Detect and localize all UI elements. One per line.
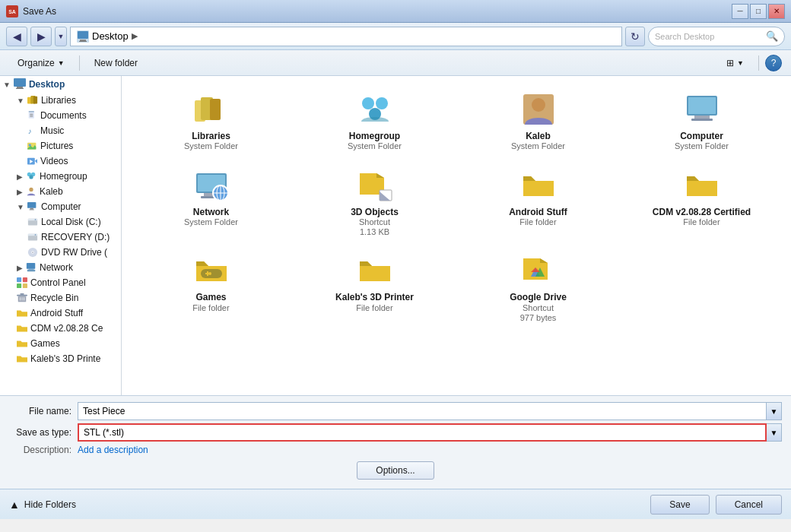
homegroup-label: Homegroup: [40, 171, 87, 182]
cancel-button[interactable]: Cancel: [716, 495, 782, 515]
filename-row: File name: ▼: [9, 402, 782, 420]
new-folder-button[interactable]: New folder: [86, 53, 146, 73]
recycle-bin-label: Recycle Bin: [30, 293, 78, 303]
kaleb-label: Kaleb: [40, 186, 63, 197]
cdm-folder-icon: [17, 323, 27, 334]
sidebar-item-local-disk[interactable]: Local Disk (C:): [0, 214, 121, 230]
file-item-3dobjects[interactable]: 3D Objects Shortcut 1.13 KB: [294, 161, 455, 244]
file-item-computer[interactable]: Computer System Folder: [621, 85, 782, 158]
expand-arrow: ▼: [17, 203, 24, 211]
sidebar-item-games[interactable]: Games: [0, 336, 121, 351]
googledrive-file-icon: [520, 252, 557, 289]
sidebar-item-homegroup[interactable]: ▶ Homegroup: [0, 169, 121, 184]
svg-rect-29: [30, 208, 33, 210]
file-item-kaleb[interactable]: Kaleb System Folder: [458, 85, 618, 158]
file-item-homegroup[interactable]: Homegroup System Folder: [294, 85, 455, 158]
svg-point-27: [29, 188, 33, 192]
expand-arrow: ▶: [17, 188, 23, 196]
organize-label: Organize: [17, 58, 55, 68]
refresh-button[interactable]: ↻: [625, 27, 645, 46]
minimize-button[interactable]: ─: [732, 4, 748, 19]
sidebar-item-pictures[interactable]: Pictures: [0, 138, 121, 154]
local-disk-label: Local Disk (C:): [41, 217, 101, 227]
add-description-link[interactable]: Add a description: [78, 445, 148, 455]
svg-rect-49: [20, 293, 24, 295]
network-type: System Folder: [184, 217, 238, 227]
file-item-network[interactable]: Network System Folder: [131, 161, 291, 244]
sidebar-item-music[interactable]: ♪ Music: [0, 123, 121, 138]
recent-locations-button[interactable]: ▼: [55, 27, 67, 46]
svg-point-57: [376, 97, 388, 109]
path-arrow: ▶: [132, 31, 138, 41]
sidebar-item-android-stuff[interactable]: Android Stuff: [0, 306, 121, 321]
sidebar-item-kaleb[interactable]: ▶ Kaleb: [0, 184, 121, 199]
file-item-games[interactable]: Games File folder: [131, 246, 291, 329]
file-item-libraries[interactable]: Libraries System Folder: [131, 85, 291, 158]
expand-arrow: ▶: [17, 173, 23, 181]
kaleb-name: Kaleb: [526, 131, 551, 141]
sidebar-item-computer[interactable]: ▼ Computer: [0, 199, 121, 214]
address-bar: ◀ ▶ ▼ Desktop ▶ ↻ Search Desktop 🔍: [0, 23, 791, 50]
googledrive-subname: Shortcut: [523, 303, 554, 313]
libraries-file-icon: [193, 91, 230, 128]
sidebar-item-documents[interactable]: Documents: [0, 108, 121, 123]
maximize-button[interactable]: □: [750, 4, 767, 19]
svg-rect-62: [688, 97, 716, 114]
filename-input[interactable]: [78, 402, 767, 420]
cdm-file-icon: [684, 167, 720, 204]
3dobjects-size: 1.13 KB: [360, 227, 389, 237]
forward-button[interactable]: ▶: [30, 27, 52, 46]
close-button[interactable]: ✕: [768, 4, 785, 19]
main-area: ▼ Desktop ▼ Libraries: [0, 76, 791, 395]
network-label: Network: [40, 262, 73, 273]
search-box[interactable]: Search Desktop 🔍: [648, 27, 785, 46]
save-button[interactable]: Save: [650, 495, 709, 515]
svg-rect-46: [23, 283, 27, 288]
help-button[interactable]: ?: [765, 55, 782, 71]
hide-folders-button[interactable]: ▲ Hide Folders: [9, 499, 76, 511]
kaleb3d-name: Kaleb's 3D Printer: [335, 292, 414, 302]
sidebar-item-videos[interactable]: Videos: [0, 154, 121, 169]
description-row: Description: Add a description: [9, 445, 782, 455]
address-input[interactable]: Desktop ▶: [70, 27, 622, 46]
saveastype-dropdown[interactable]: STL (*.stl): [78, 423, 767, 442]
sidebar-item-recovery[interactable]: RECOVERY (D:): [0, 230, 121, 245]
sidebar-item-recycle-bin[interactable]: Recycle Bin: [0, 290, 121, 306]
desktop-sidebar-icon: [14, 78, 26, 90]
filename-dropdown-button[interactable]: ▼: [767, 402, 782, 420]
pictures-icon: [27, 141, 37, 151]
documents-icon: [27, 111, 37, 121]
view-button[interactable]: ⊞ ▼: [718, 53, 752, 73]
file-item-cdm[interactable]: CDM v2.08.28 Certified File folder: [621, 161, 782, 244]
file-item-googledrive[interactable]: Google Drive Shortcut 977 bytes: [458, 246, 618, 329]
games-type: File folder: [192, 303, 229, 313]
kaleb-file-icon: [520, 91, 557, 128]
expand-arrow: ▼: [17, 97, 24, 105]
sidebar-item-network[interactable]: ▶ Network: [0, 260, 121, 275]
saveastype-dropdown-button[interactable]: ▼: [767, 423, 782, 442]
svg-rect-30: [30, 210, 34, 211]
organize-button[interactable]: Organize ▼: [9, 53, 73, 73]
sidebar-item-kaleb3d[interactable]: Kaleb's 3D Printe: [0, 351, 121, 366]
file-item-androidstuff[interactable]: Android Stuff File folder: [458, 161, 618, 244]
options-button[interactable]: Options...: [357, 461, 434, 480]
current-path: Desktop: [92, 30, 129, 42]
sidebar-item-desktop[interactable]: ▼ Desktop: [0, 76, 121, 93]
file-item-kaleb3d[interactable]: Kaleb's 3D Printer File folder: [294, 246, 455, 329]
search-placeholder: Search Desktop: [655, 32, 714, 41]
videos-icon: [27, 157, 37, 166]
sidebar-item-control-panel[interactable]: Control Panel: [0, 275, 121, 290]
svg-rect-48: [17, 295, 27, 296]
svg-rect-5: [79, 41, 87, 42]
back-button[interactable]: ◀: [6, 27, 27, 46]
pictures-label: Pictures: [40, 141, 73, 151]
expand-arrow: ▼: [3, 81, 11, 89]
sidebar-item-cdm[interactable]: CDM v2.08.28 Ce: [0, 321, 121, 336]
svg-text:♪: ♪: [28, 126, 32, 135]
svg-rect-28: [27, 202, 36, 208]
sidebar-item-dvd[interactable]: DVD RW Drive (: [0, 245, 121, 260]
libraries-label: Libraries: [41, 95, 76, 106]
sidebar-item-libraries[interactable]: ▼ Libraries: [0, 93, 121, 108]
computer-name: Computer: [680, 131, 723, 141]
music-icon: ♪: [27, 126, 37, 136]
